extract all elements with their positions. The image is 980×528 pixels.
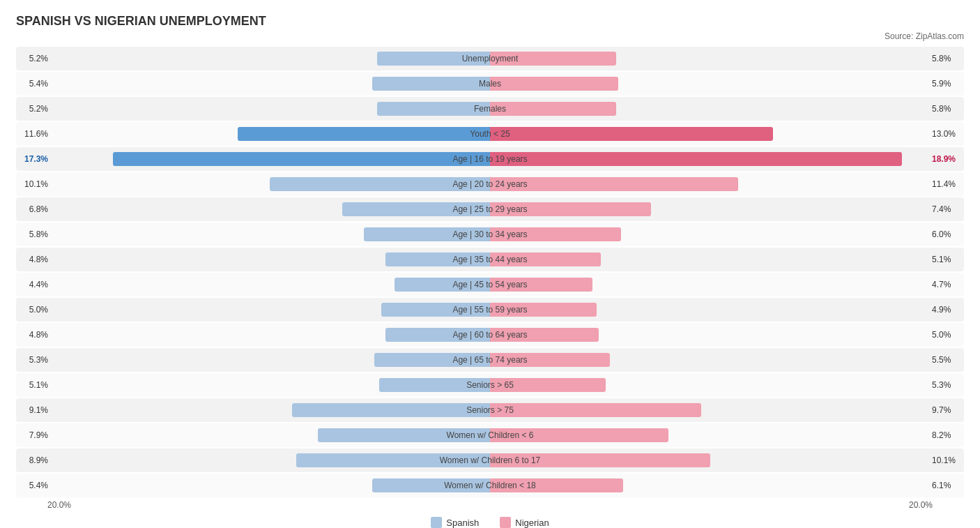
axis-left: 20.0% bbox=[47, 500, 71, 510]
legend-item-spanish: Spanish bbox=[431, 517, 479, 528]
axis-labels: 20.0% 20.0% bbox=[9, 499, 971, 511]
legend-label-spanish: Spanish bbox=[446, 518, 479, 528]
bar-row: 5.8%6.0%Age | 30 to 34 years bbox=[16, 222, 964, 246]
bar-left-spanish bbox=[379, 378, 490, 392]
left-value: 5.4% bbox=[16, 79, 51, 89]
bar-row: 5.0%4.9%Age | 55 to 59 years bbox=[16, 298, 964, 322]
right-value: 5.3% bbox=[929, 380, 964, 390]
bar-left-spanish bbox=[385, 252, 490, 266]
legend: Spanish Nigerian bbox=[9, 517, 971, 528]
bar-row: 4.8%5.0%Age | 60 to 64 years bbox=[16, 323, 964, 347]
left-value: 17.3% bbox=[16, 154, 51, 164]
bar-center: Age | 20 to 24 years bbox=[54, 172, 926, 196]
right-value: 4.7% bbox=[929, 280, 964, 289]
right-value: 11.4% bbox=[929, 179, 964, 189]
bar-center: Women w/ Children < 18 bbox=[54, 474, 926, 497]
right-value: 8.2% bbox=[929, 430, 964, 440]
bar-row: 5.4%5.9%Males bbox=[16, 72, 964, 96]
bar-right-nigerian bbox=[490, 378, 606, 392]
bar-row: 8.9%10.1%Women w/ Children 6 to 17 bbox=[16, 448, 964, 472]
legend-label-nigerian: Nigerian bbox=[515, 518, 549, 528]
left-value: 5.2% bbox=[16, 104, 51, 114]
bar-right-nigerian bbox=[490, 428, 668, 442]
bars-wrapper: Seniors > 75 bbox=[54, 398, 926, 422]
chart-container: SPANISH VS NIGERIAN UNEMPLOYMENT Source:… bbox=[9, 7, 971, 528]
bars-wrapper: Unemployment bbox=[54, 47, 926, 70]
bar-center: Women w/ Children 6 to 17 bbox=[54, 448, 926, 472]
right-value: 6.1% bbox=[929, 481, 964, 490]
bar-row: 4.4%4.7%Age | 45 to 54 years bbox=[16, 273, 964, 296]
bar-left-spanish bbox=[113, 152, 490, 166]
bar-center: Age | 55 to 59 years bbox=[54, 298, 926, 322]
legend-box-nigerian bbox=[500, 517, 511, 528]
bar-left-spanish bbox=[270, 177, 490, 191]
bar-left-spanish bbox=[292, 403, 490, 417]
left-value: 6.8% bbox=[16, 204, 51, 214]
axis-right: 20.0% bbox=[909, 500, 933, 510]
bars-wrapper: Age | 20 to 24 years bbox=[54, 172, 926, 196]
bar-row: 5.2%5.8%Unemployment bbox=[16, 47, 964, 70]
bars-wrapper: Age | 45 to 54 years bbox=[54, 273, 926, 296]
bar-right-nigerian bbox=[490, 328, 599, 342]
right-value: 5.5% bbox=[929, 355, 964, 365]
bar-row: 5.4%6.1%Women w/ Children < 18 bbox=[16, 474, 964, 497]
bar-row: 5.3%5.5%Age | 65 to 74 years bbox=[16, 348, 964, 372]
bar-left-spanish bbox=[377, 52, 491, 66]
bar-center: Age | 35 to 44 years bbox=[54, 248, 926, 271]
left-value: 7.9% bbox=[16, 430, 51, 440]
bar-center: Age | 25 to 29 years bbox=[54, 197, 926, 221]
left-value: 5.2% bbox=[16, 54, 51, 63]
bar-left-spanish bbox=[395, 278, 491, 292]
bar-right-nigerian bbox=[490, 202, 651, 216]
legend-item-nigerian: Nigerian bbox=[500, 517, 549, 528]
bars-wrapper: Age | 16 to 19 years bbox=[54, 147, 926, 171]
chart-area: 5.2%5.8%Unemployment5.4%5.9%Males5.2%5.8… bbox=[9, 47, 971, 497]
left-value: 5.1% bbox=[16, 380, 51, 390]
left-value: 11.6% bbox=[16, 129, 51, 139]
bar-row: 11.6%13.0%Youth < 25 bbox=[16, 122, 964, 146]
left-value: 5.4% bbox=[16, 481, 51, 490]
bar-left-spanish bbox=[374, 353, 490, 367]
left-value: 5.0% bbox=[16, 305, 51, 315]
bar-left-spanish bbox=[372, 478, 490, 492]
right-value: 5.8% bbox=[929, 104, 964, 114]
left-value: 5.8% bbox=[16, 229, 51, 239]
bar-right-nigerian bbox=[490, 152, 902, 166]
bar-left-spanish bbox=[318, 428, 490, 442]
bar-right-nigerian bbox=[490, 278, 592, 292]
bar-row: 7.9%8.2%Women w/ Children < 6 bbox=[16, 423, 964, 447]
bar-right-nigerian bbox=[490, 127, 773, 141]
right-value: 10.1% bbox=[929, 455, 964, 465]
bar-right-nigerian bbox=[490, 227, 621, 241]
bars-wrapper: Age | 25 to 29 years bbox=[54, 197, 926, 221]
bar-right-nigerian bbox=[490, 478, 623, 492]
bars-wrapper: Youth < 25 bbox=[54, 122, 926, 146]
bar-left-spanish bbox=[342, 202, 491, 216]
chart-title: SPANISH VS NIGERIAN UNEMPLOYMENT bbox=[9, 14, 971, 29]
chart-source: Source: ZipAtlas.com bbox=[9, 31, 971, 41]
bar-right-nigerian bbox=[490, 403, 701, 417]
bars-wrapper: Seniors > 65 bbox=[54, 373, 926, 397]
bars-wrapper: Age | 30 to 34 years bbox=[54, 222, 926, 246]
bars-wrapper: Age | 55 to 59 years bbox=[54, 298, 926, 322]
bars-wrapper: Age | 35 to 44 years bbox=[54, 248, 926, 271]
bar-center: Youth < 25 bbox=[54, 122, 926, 146]
bars-wrapper: Women w/ Children < 6 bbox=[54, 423, 926, 447]
bar-row: 10.1%11.4%Age | 20 to 24 years bbox=[16, 172, 964, 196]
bar-row: 5.2%5.8%Females bbox=[16, 97, 964, 121]
bar-center: Age | 16 to 19 years bbox=[54, 147, 926, 171]
bar-center: Males bbox=[54, 72, 926, 96]
right-value: 6.0% bbox=[929, 229, 964, 239]
right-value: 5.8% bbox=[929, 54, 964, 63]
right-value: 5.9% bbox=[929, 79, 964, 89]
bar-left-spanish bbox=[296, 453, 490, 467]
bar-center: Age | 60 to 64 years bbox=[54, 323, 926, 347]
right-value: 7.4% bbox=[929, 204, 964, 214]
right-value: 5.1% bbox=[929, 255, 964, 264]
bars-wrapper: Women w/ Children < 18 bbox=[54, 474, 926, 497]
legend-box-spanish bbox=[431, 517, 442, 528]
bar-row: 4.8%5.1%Age | 35 to 44 years bbox=[16, 248, 964, 271]
bar-right-nigerian bbox=[490, 453, 710, 467]
bar-left-spanish bbox=[381, 303, 490, 317]
bar-right-nigerian bbox=[490, 252, 601, 266]
